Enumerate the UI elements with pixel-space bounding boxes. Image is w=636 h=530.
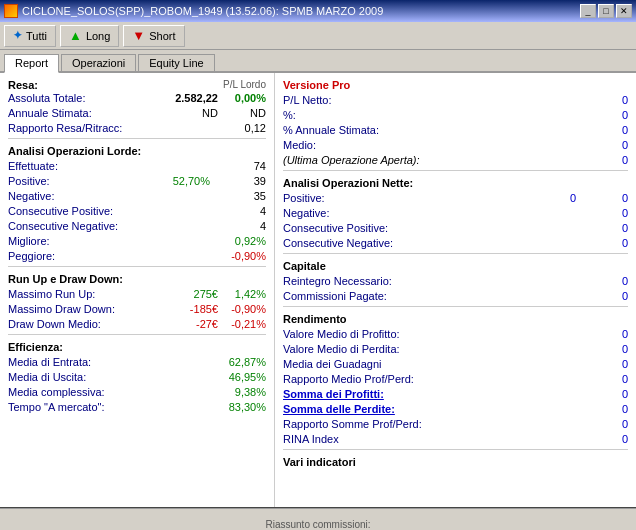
rapporto-mp-row: Rapporto Medio Prof/Perd: 0: [283, 372, 628, 387]
commissioni-label: Commissioni Pagate:: [283, 289, 387, 304]
migliore-row: Migliore: 0,92%: [8, 234, 266, 249]
peggiore-label: Peggiore:: [8, 249, 55, 264]
capitale-title: Capitale: [283, 260, 628, 272]
resa-label: Resa:: [8, 79, 38, 91]
media-uscita-label: Media di Uscita:: [8, 370, 86, 385]
pl-netto-val: 0: [588, 93, 628, 108]
tutti-label: Tutti: [26, 30, 47, 42]
media-entrata-label: Media di Entrata:: [8, 355, 91, 370]
runup-title: Run Up e Draw Down:: [8, 273, 266, 285]
draw-medio-label: Draw Down Medio:: [8, 317, 101, 332]
peggiore-row: Peggiore: -0,90%: [8, 249, 266, 264]
pct-val: 0: [588, 108, 628, 123]
vari-title: Vari indicatori: [283, 456, 628, 468]
ultima-op-label: (Ultima Operazione Aperta):: [283, 153, 420, 168]
annuale-val: ND: [178, 106, 218, 121]
somma-perd-label: Somma delle Perdite:: [283, 402, 395, 417]
tab-bar: Report Operazioni Equity Line: [0, 50, 636, 73]
draw-medio-val: -27€: [178, 317, 218, 332]
migliore-val: 0,92%: [226, 234, 266, 249]
media-uscita-row: Media di Uscita: 46,95%: [8, 370, 266, 385]
title-bar-controls: _ □ ✕: [580, 4, 632, 18]
title-bar: CICLONE_SOLOS(SPP)_ROBOM_1949 (13.52.06)…: [0, 0, 636, 22]
consec-pos-label: Consecutive Positive:: [8, 204, 113, 219]
effettuate-label: Effettuate:: [8, 159, 58, 174]
consec-pos-row: Consecutive Positive: 4: [8, 204, 266, 219]
rapporto-label: Rapporto Resa/Ritracc:: [8, 121, 122, 136]
annuale-label: Annuale Stimata:: [8, 106, 92, 121]
main-content: Resa: P/L Lordo Assoluta Totale: 2.582,2…: [0, 73, 636, 507]
tab-equity-line[interactable]: Equity Line: [138, 54, 214, 71]
media-entrata-val: 62,87%: [226, 355, 266, 370]
version-pro-label: Versione Pro: [283, 79, 628, 91]
analisi-nette-title: Analisi Operazioni Nette:: [283, 177, 628, 189]
short-button[interactable]: ▼ Short: [123, 25, 184, 47]
annuale-row: Annuale Stimata: ND ND: [8, 106, 266, 121]
massimo-run-val: 275€: [178, 287, 218, 302]
resa-header: Resa: P/L Lordo: [8, 79, 266, 91]
tempo-label: Tempo "A mercato":: [8, 400, 104, 415]
consec-pos-n-label: Consecutive Positive:: [283, 221, 388, 236]
tempo-row: Tempo "A mercato": 83,30%: [8, 400, 266, 415]
media-comp-label: Media complessiva:: [8, 385, 105, 400]
pl-netto-row: P/L Netto: 0: [283, 93, 628, 108]
migliore-label: Migliore:: [8, 234, 50, 249]
app-icon: [4, 4, 18, 18]
commissioni-row: Commissioni Pagate: 0: [283, 289, 628, 304]
assoluta-row: Assoluta Totale: 2.582,22 0,00%: [8, 91, 266, 106]
positive-n-val1: 0: [536, 191, 576, 206]
rina-val: 0: [588, 432, 628, 447]
annuale-pct: ND: [226, 106, 266, 121]
rapporto-mp-label: Rapporto Medio Prof/Perd:: [283, 372, 414, 387]
tempo-val: 83,30%: [226, 400, 266, 415]
consec-pos-n-row: Consecutive Positive: 0: [283, 221, 628, 236]
val-medio-perd-label: Valore Medio di Perdita:: [283, 342, 400, 357]
tutti-button[interactable]: ✦ Tutti: [4, 25, 56, 47]
negative-n-val: 0: [588, 206, 628, 221]
somma-prof-row: Somma dei Profitti: 0: [283, 387, 628, 402]
positive-label: Positive:: [8, 174, 50, 189]
media-entrata-row: Media di Entrata: 62,87%: [8, 355, 266, 370]
massimo-draw-pct: -0,90%: [226, 302, 266, 317]
rapporto-mp-val: 0: [588, 372, 628, 387]
somma-prof-label: Somma dei Profitti:: [283, 387, 384, 402]
bottom-bar: Riassunto commissioni: Dati provvisori, …: [0, 507, 636, 530]
consec-pos-val: 4: [226, 204, 266, 219]
title-bar-left: CICLONE_SOLOS(SPP)_ROBOM_1949 (13.52.06)…: [4, 4, 383, 18]
massimo-run-pct: 1,42%: [226, 287, 266, 302]
minimize-button[interactable]: _: [580, 4, 596, 18]
media-guadagni-val: 0: [588, 357, 628, 372]
peggiore-val: -0,90%: [226, 249, 266, 264]
consec-pos-n-val: 0: [588, 221, 628, 236]
ultima-op-val: 0: [588, 153, 628, 168]
ultima-op-row: (Ultima Operazione Aperta): 0: [283, 153, 628, 168]
somma-prof-val: 0: [588, 387, 628, 402]
tab-operazioni[interactable]: Operazioni: [61, 54, 136, 71]
reintegro-label: Reintegro Necessario:: [283, 274, 392, 289]
pl-netto-label: P/L Netto:: [283, 93, 332, 108]
medio-label: Medio:: [283, 138, 316, 153]
val-medio-prof-val: 0: [588, 327, 628, 342]
assoluta-val: 2.582,22: [175, 91, 218, 106]
media-guadagni-label: Media dei Guadagni: [283, 357, 381, 372]
rapporto-somme-val: 0: [588, 417, 628, 432]
media-comp-val: 9,38%: [226, 385, 266, 400]
pl-lordo-label: P/L Lordo: [223, 79, 266, 91]
long-button[interactable]: ▲ Long: [60, 25, 119, 47]
positive-row: Positive: 52,70% 39: [8, 174, 266, 189]
positive-val: 39: [226, 174, 266, 189]
positive-n-val2: 0: [588, 191, 628, 206]
rendimento-title: Rendimento: [283, 313, 628, 325]
maximize-button[interactable]: □: [598, 4, 614, 18]
annuale-stimata-val: 0: [588, 123, 628, 138]
rina-row: RINA Index 0: [283, 432, 628, 447]
short-label: Short: [149, 30, 175, 42]
consec-neg-n-val: 0: [588, 236, 628, 251]
massimo-run-row: Massimo Run Up: 275€ 1,42%: [8, 287, 266, 302]
tab-report[interactable]: Report: [4, 54, 59, 73]
close-button[interactable]: ✕: [616, 4, 632, 18]
rina-label: RINA Index: [283, 432, 339, 447]
consec-neg-val: 4: [226, 219, 266, 234]
medio-row: Medio: 0: [283, 138, 628, 153]
positive-n-label: Positive:: [283, 191, 325, 206]
